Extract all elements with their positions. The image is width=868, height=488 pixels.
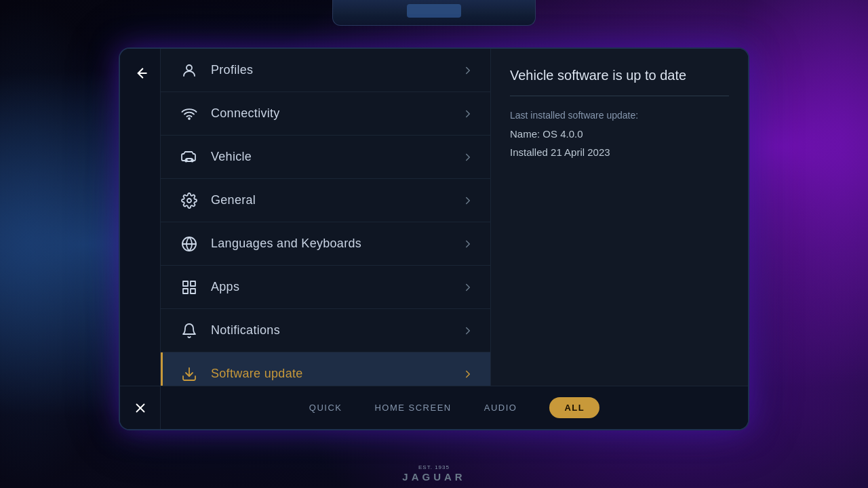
- menu-item-vehicle[interactable]: Vehicle: [161, 136, 490, 179]
- bell-icon: [177, 323, 201, 339]
- detail-panel: Vehicle software is up to date Last inst…: [490, 49, 748, 386]
- car-icon: [177, 149, 201, 165]
- menu-item-general[interactable]: General: [161, 179, 490, 222]
- menu-list: Profiles Connectivity: [161, 49, 490, 386]
- tab-all[interactable]: ALL: [549, 397, 599, 418]
- languages-label: Languages and Keyboards: [211, 237, 462, 251]
- connectivity-chevron: [462, 108, 474, 120]
- left-bg-decoration: [0, 0, 136, 488]
- svg-rect-9: [183, 281, 188, 286]
- jaguar-est: EST. 1935: [402, 464, 465, 470]
- jaguar-name: JAGUAR: [402, 471, 465, 483]
- bottom-nav-left: [120, 386, 161, 430]
- back-button[interactable]: [127, 60, 154, 87]
- sidebar-left: [120, 49, 161, 386]
- menu-item-profiles[interactable]: Profiles: [161, 49, 490, 92]
- apps-label: Apps: [211, 280, 462, 294]
- installed-date: Installed 21 April 2023: [510, 143, 729, 161]
- screen-content: Profiles Connectivity: [120, 49, 748, 386]
- tab-quick[interactable]: QUICK: [309, 399, 342, 417]
- profiles-chevron: [462, 64, 474, 77]
- menu-item-apps[interactable]: Apps: [161, 266, 490, 309]
- svg-point-2: [189, 118, 190, 119]
- top-bar-decoration: [332, 0, 536, 26]
- tab-audio[interactable]: AUDIO: [484, 399, 517, 417]
- wifi-icon: [177, 106, 201, 122]
- jaguar-badge: EST. 1935 JAGUAR: [402, 464, 465, 483]
- svg-point-4: [185, 159, 187, 161]
- apps-chevron: [462, 281, 474, 293]
- gear-icon: [177, 192, 201, 209]
- person-icon: [177, 62, 201, 79]
- software-update-chevron: [462, 368, 474, 380]
- notifications-label: Notifications: [211, 323, 462, 338]
- tab-home-screen[interactable]: HOME SCREEN: [374, 399, 451, 417]
- menu-item-languages[interactable]: Languages and Keyboards: [161, 222, 490, 266]
- general-label: General: [211, 193, 462, 207]
- download-icon: [177, 366, 201, 382]
- main-screen: Profiles Connectivity: [119, 47, 749, 430]
- software-update-label: Software update: [211, 367, 462, 381]
- profiles-label: Profiles: [211, 63, 462, 77]
- menu-item-notifications[interactable]: Notifications: [161, 309, 490, 352]
- menu-item-software-update[interactable]: Software update: [161, 352, 490, 386]
- svg-point-6: [187, 199, 191, 203]
- os-name: Name: OS 4.0.0: [510, 125, 729, 143]
- grid-icon: [177, 279, 201, 296]
- right-bg-decoration: [732, 0, 868, 488]
- connectivity-label: Connectivity: [211, 106, 462, 121]
- last-update-label: Last installed software update:: [510, 110, 729, 121]
- software-status-title: Vehicle software is up to date: [510, 68, 729, 96]
- vehicle-label: Vehicle: [211, 150, 462, 164]
- svg-point-1: [186, 65, 192, 70]
- menu-item-connectivity[interactable]: Connectivity: [161, 92, 490, 136]
- top-bar-notch: [407, 4, 461, 18]
- globe-icon: [177, 236, 201, 252]
- svg-rect-12: [191, 289, 195, 293]
- languages-chevron: [462, 238, 474, 250]
- notifications-chevron: [462, 325, 474, 337]
- svg-rect-11: [183, 289, 188, 293]
- vehicle-chevron: [462, 151, 474, 163]
- svg-rect-10: [191, 281, 195, 286]
- nav-tabs: QUICK HOME SCREEN AUDIO ALL: [161, 397, 748, 418]
- svg-point-5: [191, 159, 193, 161]
- bottom-nav: QUICK HOME SCREEN AUDIO ALL: [120, 386, 748, 429]
- general-chevron: [462, 195, 474, 207]
- close-button[interactable]: [128, 396, 153, 420]
